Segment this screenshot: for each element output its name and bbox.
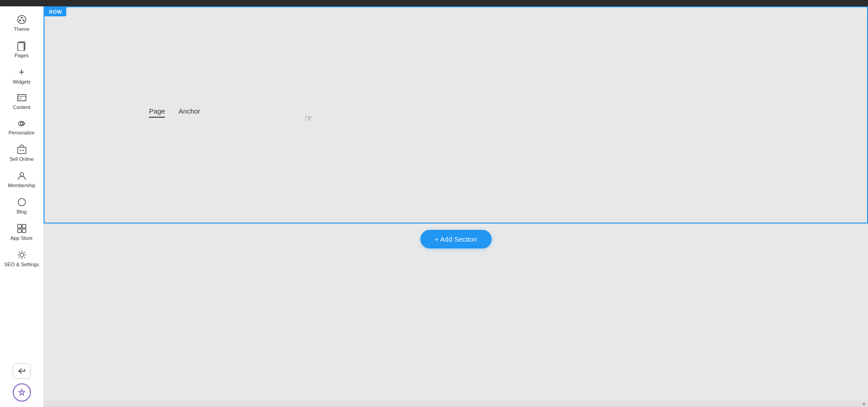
scroll-down-arrow[interactable]: ▼ bbox=[861, 401, 867, 407]
sidebar-pages-label: Pages bbox=[15, 53, 29, 58]
row-label[interactable]: ROW bbox=[45, 7, 66, 16]
content-icon bbox=[17, 94, 27, 103]
svg-point-11 bbox=[22, 150, 24, 151]
svg-rect-15 bbox=[22, 224, 26, 228]
page-canvas[interactable]: ROW Page Anchor ☞ bbox=[44, 6, 868, 223]
sidebar-personalize-label: Personalize bbox=[9, 130, 35, 135]
sidebar-item-blog[interactable]: Blog bbox=[0, 193, 43, 219]
back-button[interactable] bbox=[13, 363, 31, 379]
svg-point-2 bbox=[23, 20, 25, 21]
canvas-area: ROW Page Anchor ☞ + Add Section ▼ bbox=[44, 6, 868, 407]
svg-rect-14 bbox=[18, 224, 21, 228]
ai-assistant-button[interactable] bbox=[13, 383, 31, 402]
sidebar-item-theme[interactable]: Theme bbox=[0, 10, 43, 36]
svg-rect-16 bbox=[18, 229, 21, 233]
sidebar-item-membership[interactable]: Membership bbox=[0, 166, 43, 193]
tab-page[interactable]: Page bbox=[149, 107, 165, 118]
svg-point-1 bbox=[21, 17, 23, 19]
bottom-scrollbar[interactable]: ▼ bbox=[44, 401, 868, 407]
seo-settings-icon bbox=[17, 250, 27, 260]
sidebar-membership-label: Membership bbox=[8, 183, 35, 188]
blog-icon bbox=[17, 197, 27, 207]
sidebar-bottom bbox=[0, 363, 43, 407]
svg-rect-7 bbox=[19, 98, 21, 99]
svg-point-10 bbox=[20, 150, 21, 151]
canvas-empty-area bbox=[44, 258, 868, 401]
sidebar-item-app-store[interactable]: App Store bbox=[0, 219, 43, 245]
sidebar-widgets-label: Widgets bbox=[13, 79, 31, 84]
membership-icon bbox=[17, 171, 27, 181]
svg-point-13 bbox=[18, 199, 25, 206]
sidebar-content-label: Content bbox=[13, 104, 30, 110]
svg-rect-9 bbox=[18, 147, 26, 154]
tab-anchor[interactable]: Anchor bbox=[179, 107, 200, 118]
svg-rect-5 bbox=[18, 43, 24, 51]
app-store-icon bbox=[17, 223, 27, 233]
sidebar-item-pages[interactable]: Pages bbox=[0, 36, 43, 63]
sidebar-sell-online-label: Sell Online bbox=[10, 156, 34, 162]
sell-online-icon bbox=[17, 144, 27, 154]
add-section-bar: + Add Section bbox=[44, 223, 868, 258]
widgets-icon: + bbox=[19, 67, 25, 77]
page-tabs: Page Anchor bbox=[45, 7, 867, 118]
add-section-button[interactable]: + Add Section bbox=[420, 230, 492, 248]
theme-icon bbox=[17, 15, 27, 25]
pages-icon bbox=[17, 41, 26, 51]
svg-rect-17 bbox=[22, 229, 26, 233]
svg-point-18 bbox=[20, 253, 24, 257]
svg-point-0 bbox=[18, 15, 26, 24]
canvas-scroll[interactable]: ROW Page Anchor ☞ + Add Section bbox=[44, 6, 868, 401]
sidebar-item-content[interactable]: Content bbox=[0, 89, 43, 114]
svg-point-8 bbox=[20, 122, 23, 125]
sidebar-item-sell-online[interactable]: Sell Online bbox=[0, 140, 43, 166]
sidebar: Theme Pages + Widgets bbox=[0, 6, 44, 407]
top-bar bbox=[0, 0, 868, 6]
personalize-icon bbox=[17, 119, 27, 128]
svg-point-3 bbox=[19, 20, 21, 21]
sidebar-item-widgets[interactable]: + Widgets bbox=[0, 63, 43, 89]
sidebar-item-personalize[interactable]: Personalize bbox=[0, 114, 43, 140]
sidebar-item-seo-settings[interactable]: SEO & Settings bbox=[0, 245, 43, 272]
sidebar-blog-label: Blog bbox=[16, 209, 26, 214]
sidebar-theme-label: Theme bbox=[14, 26, 29, 32]
main-layout: Theme Pages + Widgets bbox=[0, 6, 868, 407]
sidebar-seo-settings-label: SEO & Settings bbox=[4, 262, 39, 267]
sidebar-app-store-label: App Store bbox=[10, 235, 33, 241]
svg-point-12 bbox=[20, 173, 24, 176]
